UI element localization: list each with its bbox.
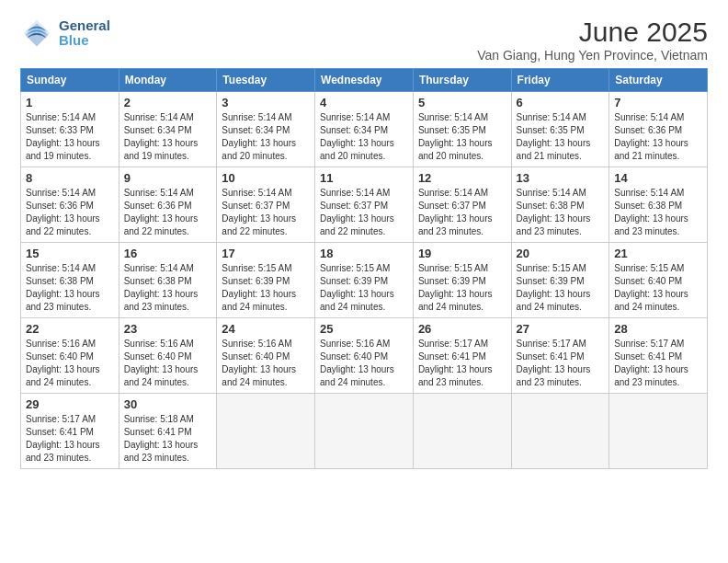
calendar-header-row: Sunday Monday Tuesday Wednesday Thursday… [21,69,708,92]
logo-line1: General [59,18,110,34]
table-row [315,394,414,469]
day-number: 17 [222,247,310,260]
table-row: 8Sunrise: 5:14 AMSunset: 6:36 PMDaylight… [21,167,119,243]
table-row: 2Sunrise: 5:14 AMSunset: 6:34 PMDaylight… [119,92,217,167]
day-info: Sunrise: 5:17 AMSunset: 6:41 PMDaylight:… [614,338,702,389]
subtitle: Van Giang, Hung Yen Province, Vietnam [477,48,708,63]
table-row: 6Sunrise: 5:14 AMSunset: 6:35 PMDaylight… [511,92,609,167]
day-info: Sunrise: 5:17 AMSunset: 6:41 PMDaylight:… [26,413,114,465]
table-row [609,394,708,469]
day-number: 25 [320,322,408,336]
header: General Blue June 2025 Van Giang, Hung Y… [20,17,708,63]
day-number: 13 [517,171,605,185]
table-row: 24Sunrise: 5:16 AMSunset: 6:40 PMDayligh… [217,318,315,394]
table-row: 4Sunrise: 5:14 AMSunset: 6:34 PMDaylight… [315,92,414,167]
logo-icon [20,17,53,50]
day-number: 26 [418,322,506,336]
table-row: 14Sunrise: 5:14 AMSunset: 6:38 PMDayligh… [609,167,708,243]
table-row: 16Sunrise: 5:14 AMSunset: 6:38 PMDayligh… [119,243,217,318]
calendar-week-1: 8Sunrise: 5:14 AMSunset: 6:36 PMDaylight… [21,167,708,243]
table-row: 26Sunrise: 5:17 AMSunset: 6:41 PMDayligh… [413,318,511,394]
header-friday: Friday [511,69,609,92]
day-number: 14 [614,171,702,185]
table-row: 3Sunrise: 5:14 AMSunset: 6:34 PMDaylight… [217,92,315,167]
day-info: Sunrise: 5:14 AMSunset: 6:36 PMDaylight:… [124,187,212,238]
table-row: 19Sunrise: 5:15 AMSunset: 6:39 PMDayligh… [413,243,511,318]
day-info: Sunrise: 5:16 AMSunset: 6:40 PMDaylight:… [320,338,408,389]
day-info: Sunrise: 5:14 AMSunset: 6:37 PMDaylight:… [418,187,506,238]
day-info: Sunrise: 5:14 AMSunset: 6:33 PMDaylight:… [26,111,114,163]
day-info: Sunrise: 5:14 AMSunset: 6:36 PMDaylight:… [26,187,114,238]
header-monday: Monday [119,69,217,92]
day-number: 20 [517,247,605,260]
table-row: 22Sunrise: 5:16 AMSunset: 6:40 PMDayligh… [21,318,119,394]
day-info: Sunrise: 5:14 AMSunset: 6:37 PMDaylight:… [222,187,310,238]
table-row: 17Sunrise: 5:15 AMSunset: 6:39 PMDayligh… [217,243,315,318]
day-number: 8 [26,171,114,185]
day-info: Sunrise: 5:15 AMSunset: 6:40 PMDaylight:… [614,262,702,314]
table-row [413,394,511,469]
day-info: Sunrise: 5:14 AMSunset: 6:38 PMDaylight:… [26,262,114,314]
table-row: 25Sunrise: 5:16 AMSunset: 6:40 PMDayligh… [315,318,414,394]
day-info: Sunrise: 5:14 AMSunset: 6:38 PMDaylight:… [517,187,605,238]
day-info: Sunrise: 5:16 AMSunset: 6:40 PMDaylight:… [222,338,310,389]
day-info: Sunrise: 5:14 AMSunset: 6:35 PMDaylight:… [418,111,506,163]
day-info: Sunrise: 5:15 AMSunset: 6:39 PMDaylight:… [320,262,408,314]
day-info: Sunrise: 5:14 AMSunset: 6:35 PMDaylight:… [517,111,605,163]
day-info: Sunrise: 5:14 AMSunset: 6:34 PMDaylight:… [320,111,408,163]
day-number: 12 [418,171,506,185]
table-row: 20Sunrise: 5:15 AMSunset: 6:39 PMDayligh… [511,243,609,318]
day-number: 11 [320,171,408,185]
day-info: Sunrise: 5:18 AMSunset: 6:41 PMDaylight:… [124,413,212,465]
table-row [217,394,315,469]
calendar-week-2: 15Sunrise: 5:14 AMSunset: 6:38 PMDayligh… [21,243,708,318]
header-saturday: Saturday [609,69,708,92]
day-info: Sunrise: 5:15 AMSunset: 6:39 PMDaylight:… [418,262,506,314]
calendar-week-3: 22Sunrise: 5:16 AMSunset: 6:40 PMDayligh… [21,318,708,394]
day-info: Sunrise: 5:15 AMSunset: 6:39 PMDaylight:… [517,262,605,314]
table-row: 27Sunrise: 5:17 AMSunset: 6:41 PMDayligh… [511,318,609,394]
calendar-week-4: 29Sunrise: 5:17 AMSunset: 6:41 PMDayligh… [21,394,708,469]
day-number: 1 [26,96,114,109]
logo-text: General Blue [59,18,110,49]
day-number: 23 [124,322,212,336]
day-number: 22 [26,322,114,336]
day-info: Sunrise: 5:14 AMSunset: 6:34 PMDaylight:… [124,111,212,163]
day-number: 4 [320,96,408,109]
table-row: 28Sunrise: 5:17 AMSunset: 6:41 PMDayligh… [609,318,708,394]
day-number: 28 [614,322,702,336]
day-number: 21 [614,247,702,260]
table-row: 21Sunrise: 5:15 AMSunset: 6:40 PMDayligh… [609,243,708,318]
header-sunday: Sunday [21,69,119,92]
header-thursday: Thursday [413,69,511,92]
page: General Blue June 2025 Van Giang, Hung Y… [0,0,728,478]
header-wednesday: Wednesday [315,69,414,92]
day-number: 10 [222,171,310,185]
title-block: June 2025 Van Giang, Hung Yen Province, … [477,17,708,63]
logo-line2: Blue [59,33,110,49]
day-info: Sunrise: 5:15 AMSunset: 6:39 PMDaylight:… [222,262,310,314]
day-number: 5 [418,96,506,109]
table-row: 23Sunrise: 5:16 AMSunset: 6:40 PMDayligh… [119,318,217,394]
day-info: Sunrise: 5:14 AMSunset: 6:34 PMDaylight:… [222,111,310,163]
day-info: Sunrise: 5:17 AMSunset: 6:41 PMDaylight:… [517,338,605,389]
day-number: 18 [320,247,408,260]
table-row: 11Sunrise: 5:14 AMSunset: 6:37 PMDayligh… [315,167,414,243]
day-number: 19 [418,247,506,260]
day-number: 30 [124,397,212,411]
table-row: 1Sunrise: 5:14 AMSunset: 6:33 PMDaylight… [21,92,119,167]
day-info: Sunrise: 5:14 AMSunset: 6:38 PMDaylight:… [124,262,212,314]
day-number: 16 [124,247,212,260]
table-row: 15Sunrise: 5:14 AMSunset: 6:38 PMDayligh… [21,243,119,318]
day-number: 15 [26,247,114,260]
day-info: Sunrise: 5:17 AMSunset: 6:41 PMDaylight:… [418,338,506,389]
table-row [511,394,609,469]
logo: General Blue [20,17,110,50]
table-row: 30Sunrise: 5:18 AMSunset: 6:41 PMDayligh… [119,394,217,469]
header-tuesday: Tuesday [217,69,315,92]
table-row: 18Sunrise: 5:15 AMSunset: 6:39 PMDayligh… [315,243,414,318]
table-row: 13Sunrise: 5:14 AMSunset: 6:38 PMDayligh… [511,167,609,243]
day-info: Sunrise: 5:14 AMSunset: 6:36 PMDaylight:… [614,111,702,163]
table-row: 29Sunrise: 5:17 AMSunset: 6:41 PMDayligh… [21,394,119,469]
main-title: June 2025 [477,17,708,48]
